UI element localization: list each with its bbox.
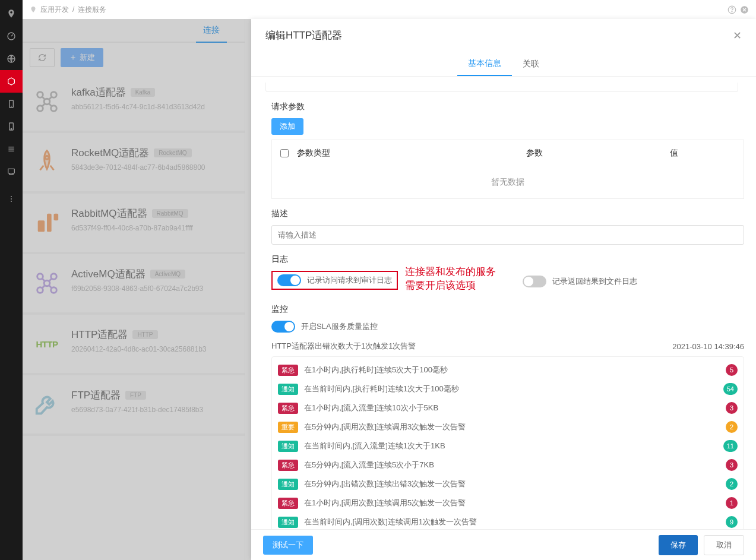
alarm-count: 9 (726, 516, 738, 528)
alarm-item[interactable]: 通知 在当前时间内,[流入流量]连续1次大于1KB 11 (278, 436, 738, 455)
connection-item[interactable]: HTTP HTTP适配器HTTP 20260412-42a0-4d8c-ac01… (23, 315, 245, 375)
svg-point-17 (51, 92, 57, 98)
connection-id: e5698d73-0a77-421f-b31b-dec17485f8b3 (71, 406, 236, 414)
connection-name: RocketMQ适配器 (71, 146, 149, 160)
label-sla-monitor: 开启SLA服务质量监控 (301, 321, 378, 332)
toggle-sla-monitor[interactable] (271, 321, 295, 333)
svg-point-10 (11, 196, 12, 197)
alarm-item[interactable]: 紧急 在5分钟内,[流入流量]连续5次小于7KB 3 (278, 455, 738, 474)
tab-relation[interactable]: 关联 (512, 52, 550, 76)
toggle-file-log[interactable] (523, 276, 546, 287)
connection-name: kafka适配器 (71, 86, 126, 99)
close-icon[interactable]: ✕ (733, 29, 742, 42)
connection-id: abb56121-f5d6-4c74-9c1d-841d3613d42d (71, 103, 236, 111)
svg-rect-9 (8, 169, 15, 173)
alarm-timestamp: 2021-03-10 14:39:46 (672, 342, 744, 351)
close-circle-icon[interactable] (740, 5, 749, 14)
section-description: 描述 (271, 208, 744, 219)
nav-device-icon[interactable] (0, 115, 23, 138)
connection-name: ActiveMQ适配器 (71, 267, 145, 281)
alarm-item[interactable]: 紧急 在1小时内,[调用次数]连续调用5次触发一次告警 1 (278, 493, 738, 512)
svg-point-29 (37, 274, 43, 280)
svg-line-23 (42, 104, 45, 106)
nav-mobile-icon[interactable] (0, 93, 23, 115)
edit-panel: 编辑HTTP适配器 ✕ 基本信息 关联 请求参数 添加 参数类型 参数 值 暂无… (251, 19, 756, 560)
section-monitor: 监控 (271, 304, 744, 315)
svg-line-24 (49, 104, 52, 106)
param-select-all-checkbox[interactable] (280, 149, 289, 157)
svg-point-31 (37, 287, 43, 293)
svg-point-14 (732, 11, 732, 12)
save-button[interactable]: 保存 (659, 535, 698, 555)
tab-connection[interactable]: 连接 (196, 19, 227, 43)
new-button[interactable]: ＋新建 (61, 48, 103, 67)
breadcrumb-part1[interactable]: 应用开发 (40, 5, 69, 15)
nav-gauge-icon[interactable] (0, 25, 23, 48)
connection-item[interactable]: ActiveMQ适配器ActiveMQ f69b2058-9308-4863-a… (23, 254, 245, 315)
alarm-count: 1 (726, 497, 738, 509)
svg-point-19 (51, 106, 57, 112)
alarm-level-tag: 通知 (278, 517, 298, 528)
alarm-item[interactable]: 重要 在5分钟内,[调用次数]连续调用3次触发一次告警 2 (278, 417, 738, 436)
svg-point-11 (11, 198, 12, 200)
nav-globe-icon[interactable] (0, 48, 23, 70)
alarm-text: 在当前时间内,[执行耗时]连续1次大于100毫秒 (304, 384, 717, 394)
toggle-audit-log[interactable] (277, 274, 301, 286)
plus-icon: ＋ (69, 52, 77, 63)
url-input-bottom[interactable] (265, 83, 738, 92)
svg-line-36 (42, 286, 45, 288)
alarm-item[interactable]: 紧急 在1小时内,[流入流量]连续10次小于5KB 3 (278, 398, 738, 417)
connection-item[interactable]: RocketMQ适配器RocketMQ 5843de3e-7012-484f-a… (23, 133, 245, 194)
connection-badge: Kafka (131, 88, 156, 97)
connection-item[interactable]: kafka适配器Kafka abb56121-f5d6-4c74-9c1d-84… (23, 72, 245, 133)
add-param-button[interactable]: 添加 (271, 118, 303, 135)
alarm-item[interactable]: 紧急 在1小时内,[执行耗时]连续5次大于100毫秒 5 (278, 360, 738, 379)
alarm-count: 3 (726, 459, 738, 471)
nav-cube-icon[interactable] (0, 70, 23, 93)
help-icon[interactable] (727, 5, 736, 14)
label-audit-log: 记录访问请求到审计日志 (307, 275, 392, 286)
nav-monitor-icon[interactable] (0, 160, 23, 183)
svg-rect-28 (54, 214, 59, 221)
alarm-item[interactable]: 通知 在当前时间内,[执行耗时]连续1次大于100毫秒 54 (278, 379, 738, 398)
alarm-level-tag: 紧急 (278, 498, 298, 509)
connection-icon (31, 146, 63, 178)
breadcrumb-sep: / (72, 5, 74, 14)
nav-more-icon[interactable] (0, 188, 23, 210)
label-file-log: 记录返回结果到文件日志 (552, 276, 637, 287)
svg-rect-26 (38, 220, 45, 232)
tab-basic-info[interactable]: 基本信息 (457, 52, 512, 76)
connection-icon (31, 207, 63, 239)
alarm-count: 5 (726, 364, 738, 376)
breadcrumb-part2[interactable]: 连接服务 (78, 5, 106, 15)
nav-list-icon[interactable] (0, 138, 23, 160)
svg-point-30 (51, 274, 57, 280)
alarm-count: 3 (726, 402, 738, 414)
connection-id: 6d537f49-ff04-40c8-a70b-87ab9a41ffff (71, 224, 236, 232)
section-log: 日志 (271, 254, 744, 265)
connection-item[interactable]: RabbitMQ适配器RabbitMQ 6d537f49-ff04-40c8-a… (23, 194, 245, 254)
callout-box: 记录访问请求到审计日志 (271, 271, 398, 290)
alarm-count: 54 (723, 383, 738, 395)
param-col-type: 参数类型 (297, 148, 464, 159)
svg-point-20 (44, 99, 50, 105)
nav-pin-icon[interactable] (0, 2, 23, 25)
svg-line-22 (49, 97, 52, 99)
alarm-text: 在5分钟内,[出错次数]连续出错3次触发一次告警 (304, 479, 720, 489)
cancel-button[interactable]: 取消 (704, 535, 744, 555)
test-button[interactable]: 测试一下 (263, 536, 313, 555)
breadcrumb-pin-icon (30, 6, 37, 13)
alarm-item[interactable]: 通知 在5分钟内,[出错次数]连续出错3次触发一次告警 2 (278, 474, 738, 493)
alarm-list: 紧急 在1小时内,[执行耗时]连续5次大于100毫秒 5通知 在当前时间内,[执… (271, 356, 744, 529)
refresh-button[interactable] (30, 48, 55, 67)
alarm-item[interactable]: 通知 在当前时间内,[调用次数]连续调用1次触发一次告警 9 (278, 512, 738, 529)
connection-item[interactable]: FTP适配器FTP e5698d73-0a77-421f-b31b-dec174… (23, 375, 245, 436)
connection-icon (31, 388, 63, 420)
svg-point-33 (44, 280, 50, 286)
alarm-text: 在当前时间内,[流入流量]连续1次大于1KB (304, 441, 717, 451)
connection-badge: ActiveMQ (150, 270, 185, 279)
alarm-count: 2 (726, 478, 738, 490)
description-input[interactable] (271, 225, 744, 245)
alarm-text: 在5分钟内,[调用次数]连续调用3次触发一次告警 (304, 422, 720, 432)
sidebar-nav (0, 0, 23, 560)
